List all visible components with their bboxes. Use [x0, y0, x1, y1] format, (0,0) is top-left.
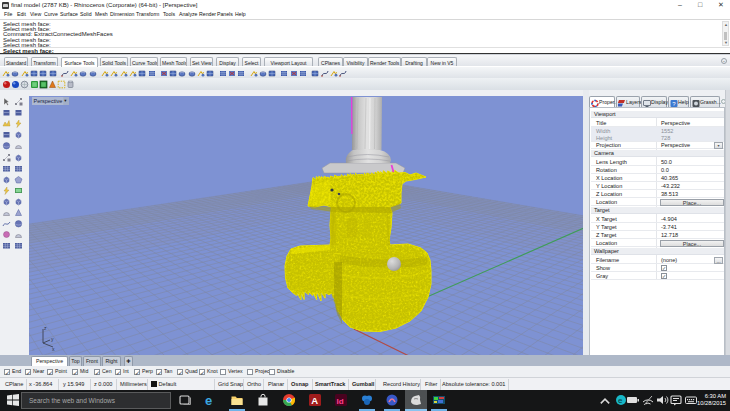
svg-text:Id: Id	[337, 397, 344, 406]
svg-text:x: x	[52, 346, 55, 352]
svg-text:z: z	[44, 326, 47, 331]
svg-text:e: e	[205, 393, 212, 407]
svg-text:y: y	[51, 336, 54, 342]
svg-text:e: e	[618, 396, 623, 405]
svg-text:A: A	[311, 395, 318, 406]
